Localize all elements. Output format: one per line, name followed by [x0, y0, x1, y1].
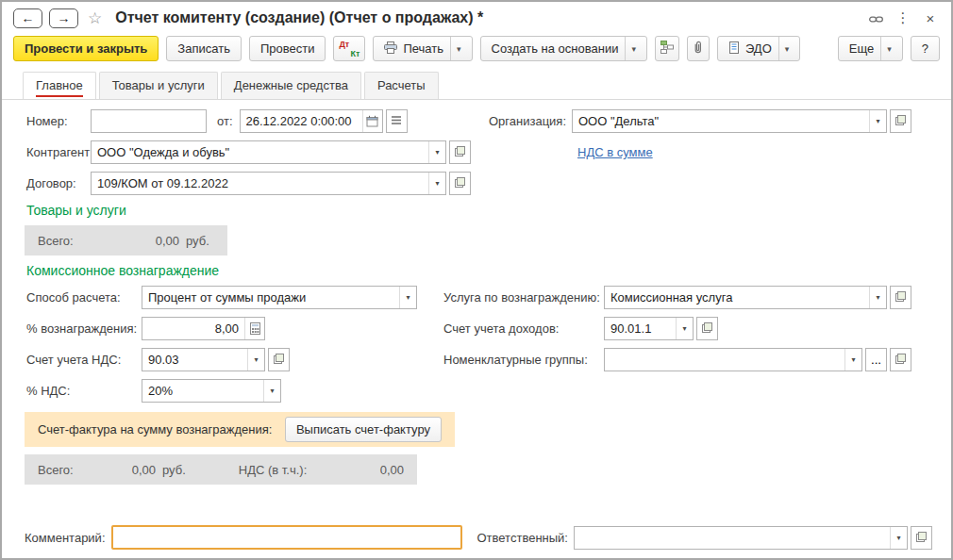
counterparty-label: Контрагент:: [26, 145, 91, 159]
chevron-down-icon[interactable]: ▾: [263, 380, 280, 402]
invoice-label: Счет-фактура на сумму вознаграждения:: [38, 422, 272, 436]
print-button[interactable]: Печать ▾: [373, 36, 472, 61]
close-button[interactable]: ×: [919, 8, 942, 28]
chevron-down-icon[interactable]: ▾: [890, 527, 907, 549]
comment-input[interactable]: [113, 527, 460, 548]
responsible-input[interactable]: [575, 527, 890, 549]
row-percent-income-account: % вознаграждения: Счет учета доходов: ▾: [26, 317, 911, 340]
save-button[interactable]: Записать: [166, 36, 242, 61]
edo-button[interactable]: ЭДО ▾: [717, 36, 800, 61]
vat-account-open-button[interactable]: [268, 348, 290, 371]
vat-percent-label: % НДС:: [26, 384, 142, 398]
tab-goods-services[interactable]: Товары и услуги: [99, 72, 218, 99]
comment-label: Комментарий:: [25, 531, 106, 545]
tab-settlements[interactable]: Расчеты: [364, 72, 439, 99]
create-based-on-label: Создать на основании: [492, 41, 619, 56]
paperclip-icon: [693, 41, 704, 57]
chevron-down-icon: ▾: [450, 37, 461, 60]
chevron-down-icon: ▾: [625, 37, 636, 60]
chevron-down-icon[interactable]: ▾: [869, 110, 886, 132]
titlebar: ← → ☆ Отчет комитенту (создание) (Отчет …: [2, 2, 951, 30]
back-button[interactable]: ←: [13, 8, 42, 28]
contract-label: Договор:: [26, 176, 91, 190]
number-input[interactable]: [92, 110, 206, 132]
issue-invoice-button[interactable]: Выписать счет-фактуру: [285, 417, 442, 442]
counterparty-field: ▾: [91, 140, 446, 164]
nomenclature-groups-select-button[interactable]: ...: [865, 348, 887, 371]
tab-bar: Главное Товары и услуги Денежные средств…: [2, 70, 951, 100]
post-button[interactable]: Провести: [249, 36, 326, 61]
organization-label: Организация:: [489, 114, 572, 128]
calendar-icon[interactable]: [362, 110, 382, 132]
help-button[interactable]: ?: [911, 36, 940, 61]
income-account-input[interactable]: [605, 318, 676, 339]
post-and-close-button[interactable]: Провести и закрыть: [13, 36, 159, 61]
vat-in-sum-link[interactable]: НДС в сумме: [577, 145, 653, 159]
nomenclature-groups-open-button[interactable]: [890, 348, 911, 371]
related-documents-button[interactable]: [655, 36, 679, 61]
forward-button[interactable]: →: [49, 8, 78, 28]
comment-field: [111, 525, 462, 550]
commission-percent-label: % вознаграждения:: [26, 321, 142, 336]
income-account-open-button[interactable]: [696, 317, 718, 340]
vat-percent-field: ▾: [142, 379, 281, 403]
chevron-down-icon[interactable]: ▾: [676, 318, 693, 339]
number-label: Номер:: [26, 114, 91, 128]
row-vat-account-nomenclature: Счет учета НДС: ▾ Номенклатурные группы:…: [26, 348, 911, 371]
vat-account-field: ▾: [142, 348, 265, 371]
commission-total-label: Всего:: [38, 463, 74, 477]
income-account-field: ▾: [604, 317, 694, 340]
create-based-on-button[interactable]: Создать на основании ▾: [480, 36, 647, 61]
service-label: Услуга по вознаграждению:: [443, 290, 604, 305]
vat-account-input[interactable]: [142, 349, 247, 371]
invoice-bar: Счет-фактура на сумму вознаграждения: Вы…: [25, 412, 455, 447]
edo-document-icon: [728, 41, 740, 57]
chevron-down-icon: ▾: [880, 37, 892, 60]
open-icon: [455, 176, 465, 190]
row-vat-percent: % НДС: ▾: [26, 379, 911, 403]
copy-link-button[interactable]: [864, 8, 887, 28]
responsible-label: Ответственный:: [477, 531, 568, 545]
nomenclature-groups-label: Номенклатурные группы:: [443, 353, 604, 367]
tab-cash[interactable]: Денежные средства: [221, 72, 361, 99]
commission-total-value: 0,00: [132, 463, 156, 477]
calculator-icon[interactable]: [244, 318, 264, 339]
document-window: ← → ☆ Отчет комитенту (создание) (Отчет …: [0, 0, 953, 560]
service-input[interactable]: [605, 287, 869, 308]
chevron-down-icon[interactable]: ▾: [869, 287, 886, 308]
goods-total-label: Всего:: [38, 234, 74, 248]
date-input[interactable]: [241, 110, 362, 132]
chevron-down-icon[interactable]: ▾: [247, 349, 264, 371]
attachments-button[interactable]: [687, 36, 710, 61]
chevron-down-icon[interactable]: ▾: [428, 141, 445, 163]
vat-percent-input[interactable]: [142, 380, 263, 402]
printer-icon: [384, 41, 397, 57]
dt-kt-postings-button[interactable]: ДтКт: [333, 36, 365, 61]
chevron-down-icon[interactable]: ▾: [399, 287, 416, 308]
vat-account-label: Счет учета НДС:: [26, 353, 142, 367]
organization-input[interactable]: [573, 110, 869, 132]
responsible-open-button[interactable]: [911, 526, 932, 550]
journal-button[interactable]: [386, 109, 408, 133]
kebab-menu-button[interactable]: ⋮: [892, 8, 914, 28]
nomenclature-groups-input[interactable]: [605, 349, 844, 371]
calc-method-input[interactable]: [142, 287, 399, 308]
window-title: Отчет комитенту (создание) (Отчет о прод…: [115, 9, 483, 26]
chevron-down-icon[interactable]: ▾: [844, 349, 861, 371]
contract-input[interactable]: [92, 173, 428, 194]
organization-open-button[interactable]: [890, 109, 911, 133]
tab-main[interactable]: Главное: [23, 72, 96, 99]
more-button[interactable]: Еще ▾: [838, 36, 903, 61]
row-contract: Договор: ▾: [26, 172, 911, 195]
service-field: ▾: [604, 286, 887, 309]
favorite-star-icon[interactable]: ☆: [88, 8, 102, 28]
close-icon: ×: [927, 10, 935, 26]
commission-percent-input[interactable]: [142, 318, 244, 339]
chevron-down-icon[interactable]: ▾: [428, 173, 445, 194]
service-open-button[interactable]: [890, 286, 911, 309]
edo-label: ЭДО: [745, 41, 772, 56]
counterparty-input[interactable]: [92, 141, 428, 163]
counterparty-open-button[interactable]: [449, 140, 471, 164]
contract-open-button[interactable]: [449, 172, 471, 195]
goods-section-title: Товары и услуги: [26, 203, 911, 218]
